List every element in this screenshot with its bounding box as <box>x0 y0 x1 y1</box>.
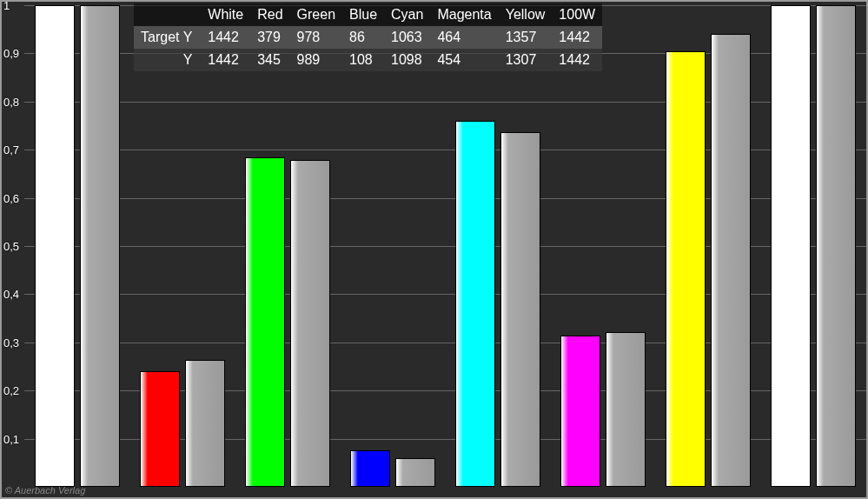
cell: 464 <box>430 26 498 49</box>
cell: 978 <box>290 26 342 49</box>
bar-red-measured <box>140 371 180 487</box>
cell: 379 <box>250 26 289 49</box>
cell: 1307 <box>499 49 553 71</box>
cell: 86 <box>342 26 384 49</box>
row-label-y: Y <box>134 49 201 71</box>
bar-cyan-target <box>500 132 540 487</box>
row-label-target-y: Target Y <box>134 26 201 49</box>
bar-100w-measured <box>771 5 811 487</box>
col-yellow: Yellow <box>499 3 553 26</box>
table-header-row: White Red Green Blue Cyan Magenta Yellow… <box>134 3 602 26</box>
bar-magenta-target <box>606 332 646 487</box>
bar-red-target <box>185 360 225 487</box>
y-tick-label: 1 <box>3 0 10 12</box>
cell: 1098 <box>384 49 430 71</box>
bar-100w-target <box>816 5 856 487</box>
y-tick-label: 0,6 <box>3 191 19 204</box>
cell: 989 <box>290 49 342 71</box>
copyright-text: © Auerbach Verlag <box>5 485 85 496</box>
bar-blue-target <box>395 458 435 487</box>
bar-green-target <box>290 160 330 487</box>
cell: 1442 <box>552 49 602 71</box>
bar-yellow-measured <box>666 51 706 487</box>
cell: 108 <box>342 49 384 71</box>
col-100w: 100W <box>552 3 602 26</box>
y-tick-label: 0,7 <box>3 143 19 156</box>
bar-magenta-measured <box>560 336 600 488</box>
y-tick-label: 0,8 <box>3 95 19 108</box>
bar-green-measured <box>245 157 285 487</box>
col-blue: Blue <box>342 3 384 26</box>
data-table: White Red Green Blue Cyan Magenta Yellow… <box>134 3 602 71</box>
cell: 1357 <box>499 26 553 49</box>
bar-white-measured <box>35 5 75 487</box>
cell: 1063 <box>384 26 430 49</box>
bar-cyan-measured <box>455 121 495 487</box>
bar-blue-measured <box>350 450 390 487</box>
bar-white-target <box>80 5 120 487</box>
y-tick-label: 0,5 <box>3 240 19 253</box>
col-white: White <box>201 3 250 26</box>
chart-bars <box>24 5 866 487</box>
y-tick-label: 0,3 <box>3 336 19 349</box>
cell: 1442 <box>552 26 602 49</box>
y-tick-label: 0,1 <box>3 432 19 445</box>
col-green: Green <box>290 3 342 26</box>
cell: 1442 <box>201 49 250 71</box>
y-tick-label: 0,9 <box>3 47 19 60</box>
col-cyan: Cyan <box>384 3 430 26</box>
col-magenta: Magenta <box>430 3 498 26</box>
cell: 1442 <box>201 26 250 49</box>
table-row: Target Y 1442 379 978 86 1063 464 1357 1… <box>134 26 602 49</box>
bar-yellow-target <box>711 34 751 487</box>
cell: 345 <box>250 49 289 71</box>
cell: 454 <box>430 49 498 71</box>
y-tick-label: 0,4 <box>3 288 19 301</box>
col-red: Red <box>250 3 289 26</box>
table-row: Y 1442 345 989 108 1098 454 1307 1442 <box>134 49 602 71</box>
y-tick-label: 0,2 <box>3 384 19 397</box>
